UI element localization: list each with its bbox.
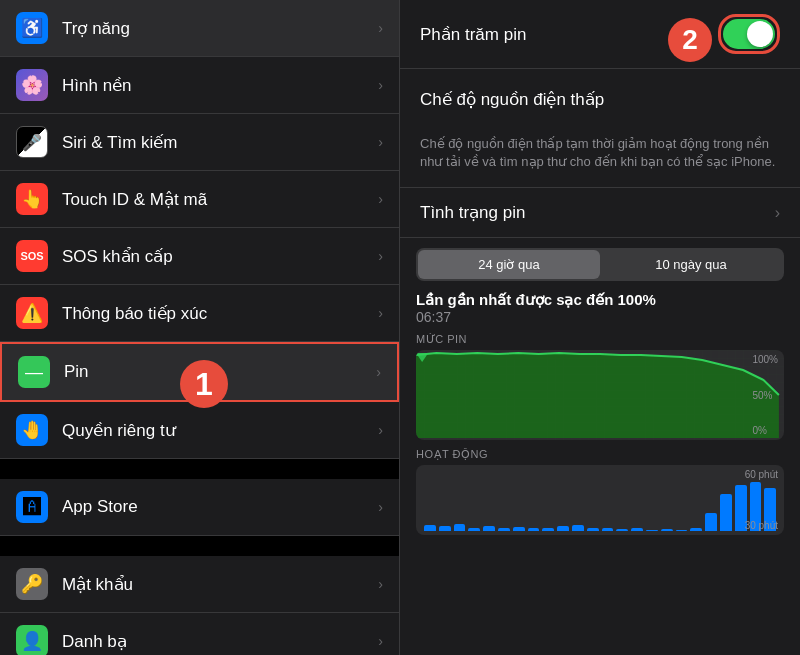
activity-bar bbox=[557, 526, 569, 531]
quyen-rieng-icon: 🤚 bbox=[16, 414, 48, 446]
che-do-label: Chế độ nguồn điện thấp bbox=[420, 89, 604, 110]
tinh-trang-row[interactable]: Tình trạng pin › bbox=[400, 188, 800, 238]
tinh-trang-chevron: › bbox=[775, 204, 780, 222]
tab-bar: 24 giờ qua 10 ngày qua bbox=[416, 248, 784, 281]
left-panel: ♿ Trợ năng › 🌸 Hình nền › 🎤 Siri & Tìm k… bbox=[0, 0, 400, 655]
activity-bar bbox=[572, 525, 584, 531]
sidebar-item-sos[interactable]: SOS SOS khẩn cấp › bbox=[0, 228, 399, 285]
tinh-trang-label: Tình trạng pin bbox=[420, 202, 525, 223]
activity-bar bbox=[705, 513, 717, 532]
last-charged-time: 06:37 bbox=[416, 309, 784, 325]
quyen-rieng-label: Quyền riêng tư bbox=[62, 420, 378, 441]
sidebar-item-mat-khau[interactable]: 🔑 Mật khẩu › bbox=[0, 556, 399, 613]
siri-label: Siri & Tìm kiếm bbox=[62, 132, 378, 153]
activity-bar bbox=[631, 528, 643, 531]
tro-nang-label: Trợ năng bbox=[62, 18, 378, 39]
activity-bar bbox=[483, 526, 495, 531]
activity-bar bbox=[528, 528, 540, 531]
phan-tram-pin-row: Phần trăm pin bbox=[400, 0, 800, 69]
activity-bar bbox=[439, 526, 451, 531]
chevron-icon: › bbox=[378, 499, 383, 515]
settings-list: ♿ Trợ năng › 🌸 Hình nền › 🎤 Siri & Tìm k… bbox=[0, 0, 399, 655]
activity-bar bbox=[690, 528, 702, 531]
separator2 bbox=[0, 536, 399, 556]
activity-bar bbox=[542, 528, 554, 532]
low-power-desc: Chế độ nguồn điện thấp tạm thời giảm hoạ… bbox=[420, 135, 780, 171]
chevron-icon: › bbox=[378, 576, 383, 592]
sidebar-item-hinh-nen[interactable]: 🌸 Hình nền › bbox=[0, 57, 399, 114]
chevron-icon: › bbox=[378, 134, 383, 150]
chevron-icon: › bbox=[378, 77, 383, 93]
sidebar-item-app-store[interactable]: 🅰 App Store › bbox=[0, 479, 399, 536]
sos-label: SOS khẩn cấp bbox=[62, 246, 378, 267]
battery-chart-wrapper: 100% 50% 0% bbox=[416, 350, 784, 440]
mat-khau-label: Mật khẩu bbox=[62, 574, 378, 595]
activity-bar bbox=[454, 524, 466, 531]
danh-ba-label: Danh bạ bbox=[62, 631, 378, 652]
activity-chart-wrapper: 60 phút 30 phút bbox=[416, 465, 784, 535]
sidebar-item-quyen-rieng[interactable]: 🤚 Quyền riêng tư › bbox=[0, 402, 399, 459]
low-power-section: Chế độ nguồn điện thấp tạm thời giảm hoạ… bbox=[400, 121, 800, 188]
tab-24h[interactable]: 24 giờ qua bbox=[418, 250, 600, 279]
activity-bar bbox=[616, 529, 628, 531]
sidebar-item-danh-ba[interactable]: 👤 Danh bạ › bbox=[0, 613, 399, 655]
toggle-knob bbox=[747, 21, 773, 47]
muc-pin-label: MỨC PIN bbox=[416, 333, 784, 346]
chart-axis-labels: 100% 50% 0% bbox=[752, 354, 778, 436]
hinh-nen-icon: 🌸 bbox=[16, 69, 48, 101]
battery-chart bbox=[416, 350, 784, 440]
step1-badge: 1 bbox=[180, 360, 228, 408]
pin-icon: — bbox=[18, 356, 50, 388]
chevron-icon: › bbox=[378, 191, 383, 207]
phan-tram-toggle-container[interactable] bbox=[718, 14, 780, 54]
sidebar-item-siri[interactable]: 🎤 Siri & Tìm kiếm › bbox=[0, 114, 399, 171]
sidebar-item-thong-bao[interactable]: ⚠️ Thông báo tiếp xúc › bbox=[0, 285, 399, 342]
activity-axis-labels: 60 phút 30 phút bbox=[745, 469, 778, 531]
thong-bao-label: Thông báo tiếp xúc bbox=[62, 303, 378, 324]
chevron-icon: › bbox=[378, 422, 383, 438]
phan-tram-pin-label: Phần trăm pin bbox=[420, 24, 526, 45]
activity-bar bbox=[602, 528, 614, 532]
activity-bar bbox=[468, 528, 480, 532]
chart-section: Lần gần nhất được sạc đến 100% 06:37 MỨC… bbox=[400, 291, 800, 655]
touch-id-icon: 👆 bbox=[16, 183, 48, 215]
touch-id-label: Touch ID & Mật mã bbox=[62, 189, 378, 210]
hoat-dong-label: HOẠT ĐỘNG bbox=[416, 448, 784, 461]
app-store-label: App Store bbox=[62, 497, 378, 517]
sos-icon: SOS bbox=[16, 240, 48, 272]
chevron-icon: › bbox=[376, 364, 381, 380]
activity-bar bbox=[587, 528, 599, 531]
separator bbox=[0, 459, 399, 479]
chevron-icon: › bbox=[378, 633, 383, 649]
activity-bar bbox=[498, 528, 510, 531]
chevron-icon: › bbox=[378, 20, 383, 36]
tro-nang-icon: ♿ bbox=[16, 12, 48, 44]
sidebar-item-tro-nang[interactable]: ♿ Trợ năng › bbox=[0, 0, 399, 57]
activity-bar bbox=[720, 494, 732, 531]
chevron-icon: › bbox=[378, 248, 383, 264]
step2-badge: 2 bbox=[668, 18, 712, 62]
siri-icon: 🎤 bbox=[16, 126, 48, 158]
activity-chart bbox=[416, 465, 784, 535]
tab-10d[interactable]: 10 ngày qua bbox=[600, 250, 782, 279]
right-panel: 2 Phần trăm pin Chế độ nguồn điện thấp C… bbox=[400, 0, 800, 655]
che-do-row: Chế độ nguồn điện thấp bbox=[400, 69, 800, 121]
app-store-icon: 🅰 bbox=[16, 491, 48, 523]
activity-bar bbox=[513, 527, 525, 531]
svg-rect-1 bbox=[416, 350, 784, 440]
activity-bar bbox=[661, 529, 673, 531]
danh-ba-icon: 👤 bbox=[16, 625, 48, 655]
last-charged: Lần gần nhất được sạc đến 100% 06:37 bbox=[416, 291, 784, 325]
sidebar-item-touch-id[interactable]: 👆 Touch ID & Mật mã › bbox=[0, 171, 399, 228]
phan-tram-toggle[interactable] bbox=[723, 19, 775, 49]
hinh-nen-label: Hình nền bbox=[62, 75, 378, 96]
mat-khau-icon: 🔑 bbox=[16, 568, 48, 600]
thong-bao-icon: ⚠️ bbox=[16, 297, 48, 329]
activity-bar bbox=[676, 530, 688, 532]
activity-bar bbox=[424, 525, 436, 531]
last-charged-title: Lần gần nhất được sạc đến 100% bbox=[416, 291, 784, 309]
activity-bar bbox=[646, 530, 658, 532]
chevron-icon: › bbox=[378, 305, 383, 321]
